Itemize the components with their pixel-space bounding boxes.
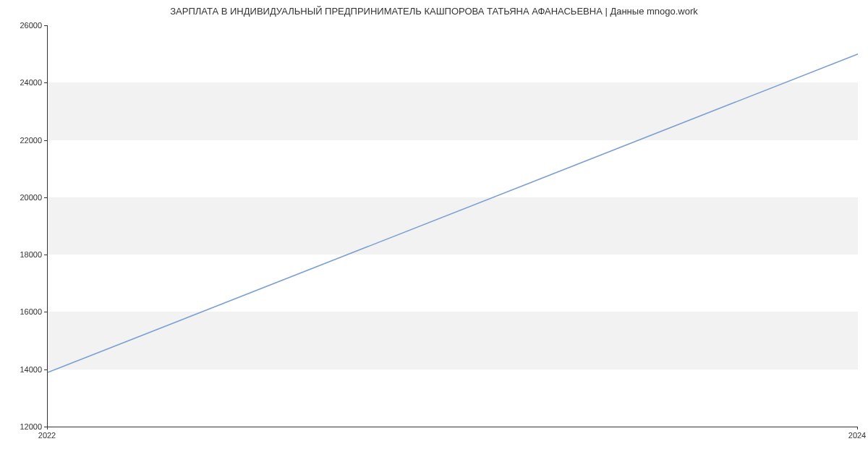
x-tick-label: 2022 [38,431,56,440]
chart-container: ЗАРПЛАТА В ИНДИВИДУАЛЬНЫЙ ПРЕДПРИНИМАТЕЛ… [0,0,868,470]
plot-area [47,25,858,427]
y-tick-mark [44,140,47,141]
y-tick-label: 16000 [6,307,42,316]
y-tick-label: 18000 [6,250,42,259]
chart-title: ЗАРПЛАТА В ИНДИВИДУАЛЬНЫЙ ПРЕДПРИНИМАТЕЛ… [0,6,868,17]
y-tick-label: 20000 [6,193,42,202]
y-tick-label: 14000 [6,365,42,374]
y-tick-label: 24000 [6,78,42,87]
y-tick-mark [44,369,47,370]
y-tick-label: 26000 [6,21,42,30]
y-tick-mark [44,25,47,26]
y-tick-label: 22000 [6,136,42,145]
y-tick-mark [44,255,47,255]
y-tick-mark [44,82,47,83]
x-tick-mark [47,427,48,430]
y-tick-label: 12000 [6,422,42,431]
y-tick-mark [44,312,47,312]
x-tick-mark [857,427,858,430]
line-plot-svg [48,25,858,427]
data-line [48,54,858,372]
x-tick-label: 2024 [848,431,866,440]
y-tick-mark [44,197,47,198]
